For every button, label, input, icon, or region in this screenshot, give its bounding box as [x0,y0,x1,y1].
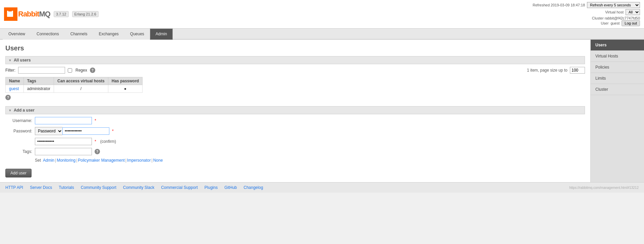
confirm-required: * [95,139,96,144]
add-user-section-header[interactable]: ▼ Add a user [5,106,585,114]
user-vhosts-cell: / [54,85,108,93]
add-user-arrow: ▼ [8,109,12,112]
tag-policymaker[interactable]: Policymaker [78,158,100,163]
page-title: Users [5,44,585,52]
confirm-password-input[interactable] [35,138,92,145]
tags-row: Tags: ? [5,148,585,155]
filter-input[interactable] [18,67,65,74]
tag-impersonator[interactable]: Impersonator [127,158,151,163]
sidebar-item-limits[interactable]: Limits [591,73,644,84]
nav-connections[interactable]: Connections [31,29,65,40]
password-input[interactable] [62,127,109,135]
nav-admin[interactable]: Admin [150,29,173,40]
page-size-input[interactable] [570,67,585,74]
set-label: Set [35,158,41,163]
users-table: Name Tags Can access virtual hosts Has p… [5,77,143,93]
password-type-select[interactable]: Password Hashed [35,127,62,135]
user-link[interactable]: guest [9,86,19,91]
confirm-label: (confirm) [100,139,116,144]
vhost-label: Virtual host [605,10,624,14]
table-help-icon[interactable]: ? [5,95,11,100]
user-name-cell: guest [6,85,24,93]
nav-queues[interactable]: Queues [124,29,150,40]
tag-links-row: Set Admin | Monitoring | Policymaker Man… [5,158,585,163]
svg-rect-5 [9,14,12,17]
table-row: guest administrator / ● [6,85,143,93]
logo: RabbitMQ [4,7,50,21]
refresh-select[interactable]: Refresh every 5 secondsRefresh every 10 … [587,2,640,8]
col-name: Name [6,77,24,85]
main: Users ▼ All users Filter: Regex ? 1 item… [0,40,644,182]
footer-http-api[interactable]: HTTP API [5,185,23,190]
user-password-cell: ● [108,85,142,93]
sidebar: Users Virtual Hosts Policies Limits Clus… [590,40,644,182]
username-input[interactable] [35,117,92,124]
refresh-row: Refreshed 2019-03-09 18:47:18 Refresh ev… [533,2,640,8]
user-label: User [601,21,608,25]
regex-help-icon[interactable]: ? [90,68,95,73]
nav: Overview Connections Channels Exchanges … [0,29,644,40]
user-name: guest [610,21,620,25]
vhost-row: Virtual host All [533,9,640,15]
vhost-select[interactable]: All [626,9,640,15]
refreshed-text: Refreshed 2019-03-09 18:47:18 [533,3,585,7]
add-user-title: Add a user [14,108,35,113]
sidebar-item-cluster[interactable]: Cluster [591,84,644,95]
password-label: Password: [5,129,32,133]
logo-area: RabbitMQ 3.7.12 Erlang 21.2.6 [4,7,99,21]
confirm-password-row: * (confirm) [5,138,585,145]
col-password: Has password [108,77,142,85]
footer-changelog[interactable]: Changelog [244,185,263,190]
filter-label: Filter: [5,68,15,73]
item-count: 1 item, page size up to [527,67,585,74]
content: Users ▼ All users Filter: Regex ? 1 item… [0,40,590,182]
brand-name: RabbitMQ [18,10,50,18]
rabbit-icon [6,9,15,19]
nav-channels[interactable]: Channels [65,29,93,40]
svg-rect-2 [7,11,8,13]
footer-server-docs[interactable]: Server Docs [30,185,52,190]
password-input-group: Password Hashed [35,127,109,135]
footer-community-slack[interactable]: Community Slack [123,185,154,190]
footer-plugins[interactable]: Plugins [205,185,218,190]
tags-label: Tags: [5,149,32,154]
username-required: * [95,118,96,123]
filter-row: Filter: Regex ? 1 item, page size up to [5,67,585,74]
tag-admin[interactable]: Admin [43,158,54,163]
logo-icon [4,7,17,21]
footer: HTTP API Server Docs Tutorials Community… [0,182,644,193]
tag-monitoring[interactable]: Monitoring [57,158,75,163]
col-vhosts: Can access virtual hosts [54,77,108,85]
tag-none[interactable]: None [153,158,163,163]
logout-button[interactable]: Log out [622,20,640,26]
header-right: Refreshed 2019-03-09 18:47:18 Refresh ev… [533,2,640,26]
footer-github[interactable]: GitHub [224,185,237,190]
user-row: Cluster rabbit@f42c7747fd50 [533,16,640,20]
regex-checkbox[interactable] [68,68,72,73]
tag-management[interactable]: Management [101,158,125,163]
sidebar-item-policies[interactable]: Policies [591,62,644,73]
nav-exchanges[interactable]: Exchanges [93,29,124,40]
tag-links: Set Admin | Monitoring | Policymaker Man… [35,158,163,163]
sidebar-item-virtual-hosts[interactable]: Virtual Hosts [591,51,644,62]
all-users-section-header[interactable]: ▼ All users [5,56,585,64]
username-row: Username: * [5,117,585,124]
footer-url: https://rabbitmq.com/management.html#132… [569,186,639,190]
tags-help-icon[interactable]: ? [95,149,100,154]
regex-label: Regex [75,68,87,73]
add-user-section: ▼ Add a user Username: * Password: Passw… [5,106,585,177]
user-logout-row: User guest Log out [533,20,640,26]
footer-commercial-support[interactable]: Commercial Support [161,185,198,190]
erlang-badge: Erlang 21.2.6 [72,11,99,17]
cluster-label: Cluster rabbit@f42c7747fd50 [592,16,640,20]
nav-overview[interactable]: Overview [3,29,31,40]
footer-community-support[interactable]: Community Support [81,185,116,190]
header: RabbitMQ 3.7.12 Erlang 21.2.6 Refreshed … [0,0,644,29]
footer-tutorials[interactable]: Tutorials [59,185,74,190]
all-users-title: All users [14,58,31,63]
tags-input[interactable] [35,148,92,155]
add-user-button[interactable]: Add user [5,169,32,177]
user-tags-cell: administrator [23,85,54,93]
sidebar-item-users[interactable]: Users [591,40,644,51]
svg-rect-4 [12,11,13,13]
